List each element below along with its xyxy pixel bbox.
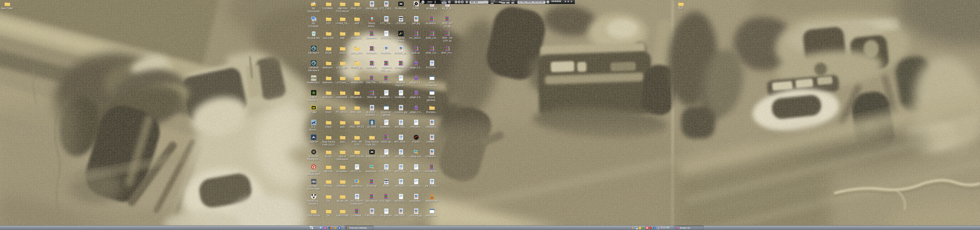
svg-text:PL: PL <box>555 1 557 2</box>
svg-text:EQ: EQ <box>553 1 555 2</box>
svg-text:OPEN: OPEN <box>443 1 445 2</box>
svg-text:?: ? <box>552 1 552 2</box>
svg-text:CT: CT <box>557 1 558 2</box>
svg-text:a: a <box>654 227 655 229</box>
svg-text:CFG: CFG <box>559 1 562 2</box>
svg-text:VOLUME: VOLUME <box>491 1 495 2</box>
svg-text:MMD: MMD <box>427 1 433 3</box>
svg-text:CFADE: CFADE <box>511 1 515 2</box>
svg-text:3: 3 <box>434 0 436 4</box>
svg-text:ILL SKILL PRISM - DAY OF JUS: ILL SKILL PRISM - DAY OF JUS <box>519 1 544 3</box>
svg-text:SHUFFLE: SHUFFLE <box>501 1 506 2</box>
svg-text:SPORT-PLAYER: SPORT-PLAYER <box>426 3 432 4</box>
svg-text:00:00: 00:00 <box>471 1 478 3</box>
svg-text:REPEAT: REPEAT <box>506 1 510 2</box>
